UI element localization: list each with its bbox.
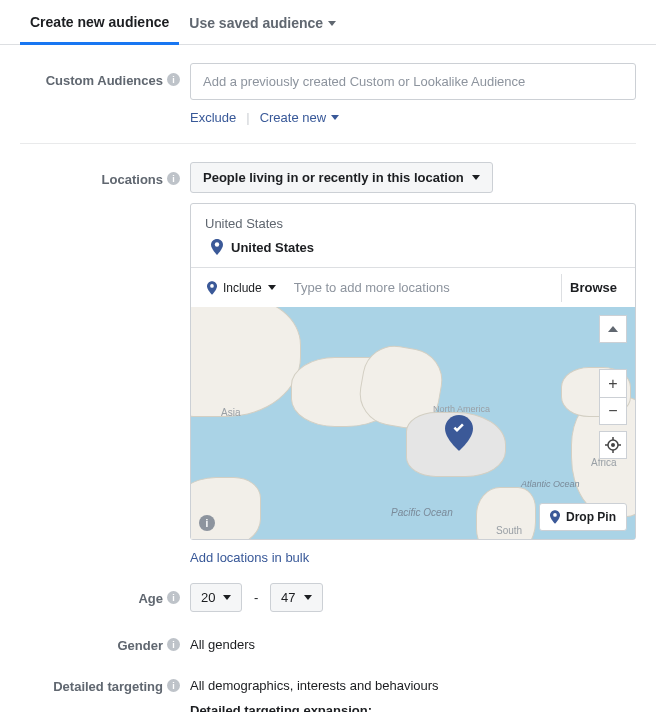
age-label: Age i xyxy=(20,581,190,612)
location-map[interactable]: Asia North America Africa South Pacific … xyxy=(191,307,635,539)
caret-down-icon xyxy=(268,285,276,290)
detailed-targeting-value: All demographics, interests and behaviou… xyxy=(190,669,636,693)
map-collapse-button[interactable] xyxy=(599,315,627,343)
age-min-dropdown[interactable]: 20 xyxy=(190,583,242,612)
map-zoom-in-button[interactable]: + xyxy=(599,369,627,397)
detailed-expansion-label: Detailed targeting expansion: xyxy=(190,703,636,712)
caret-down-icon xyxy=(304,595,312,600)
pin-icon xyxy=(550,510,560,524)
include-dropdown[interactable]: Include xyxy=(201,277,282,299)
tab-use-saved-audience[interactable]: Use saved audience xyxy=(179,0,346,44)
map-attribution[interactable]: i xyxy=(199,515,215,532)
gender-label: Gender i xyxy=(20,628,190,653)
tab-saved-label: Use saved audience xyxy=(189,15,323,31)
browse-button[interactable]: Browse xyxy=(561,274,625,302)
separator: | xyxy=(246,110,249,125)
map-selection-pin-icon xyxy=(445,415,473,454)
info-icon[interactable]: i xyxy=(167,679,180,692)
map-label-atlantic: Atlantic Ocean xyxy=(521,479,580,489)
locations-panel: United States United States Include Brow… xyxy=(190,203,636,540)
gender-value: All genders xyxy=(190,628,636,652)
info-icon[interactable]: i xyxy=(167,172,180,185)
tab-create-new-audience[interactable]: Create new audience xyxy=(20,0,179,45)
include-pin-icon xyxy=(207,281,217,295)
age-range-dash: - xyxy=(254,590,258,605)
info-icon[interactable]: i xyxy=(167,73,180,86)
locations-label: Locations i xyxy=(20,162,190,565)
custom-audience-input[interactable] xyxy=(190,63,636,100)
audience-tabs: Create new audience Use saved audience xyxy=(0,0,656,45)
svg-point-1 xyxy=(210,284,214,288)
divider xyxy=(20,143,636,144)
selected-location-item[interactable]: United States xyxy=(191,231,635,267)
svg-point-8 xyxy=(553,513,557,517)
age-max-dropdown[interactable]: 47 xyxy=(270,583,322,612)
map-zoom-out-button[interactable]: − xyxy=(599,397,627,425)
info-icon: i xyxy=(199,515,215,531)
create-new-link[interactable]: Create new xyxy=(260,110,339,125)
caret-down-icon xyxy=(331,115,339,120)
location-search-input[interactable] xyxy=(286,272,555,303)
info-icon[interactable]: i xyxy=(167,591,180,604)
custom-audiences-label: Custom Audiences i xyxy=(20,63,190,125)
exclude-link[interactable]: Exclude xyxy=(190,110,236,125)
map-label-pacific: Pacific Ocean xyxy=(391,507,453,518)
info-icon[interactable]: i xyxy=(167,638,180,651)
map-label-south-america: South xyxy=(496,525,522,536)
locate-icon xyxy=(605,437,621,453)
add-locations-in-bulk-link[interactable]: Add locations in bulk xyxy=(190,550,309,565)
location-filter-dropdown[interactable]: People living in or recently in this loc… xyxy=(190,162,493,193)
drop-pin-button[interactable]: Drop Pin xyxy=(539,503,627,531)
svg-point-3 xyxy=(611,443,615,447)
location-input-row: Include Browse xyxy=(191,267,635,307)
map-label-north-america: North America xyxy=(433,405,490,415)
map-label-asia: Asia xyxy=(221,407,240,418)
map-locate-button[interactable] xyxy=(599,431,627,459)
caret-down-icon xyxy=(223,595,231,600)
caret-down-icon xyxy=(328,21,336,26)
svg-point-0 xyxy=(215,242,219,246)
caret-down-icon xyxy=(472,175,480,180)
location-country-heading: United States xyxy=(191,204,635,231)
chevron-up-icon xyxy=(608,326,618,332)
detailed-targeting-label: Detailed targeting i xyxy=(20,669,190,712)
location-pin-icon xyxy=(211,239,223,255)
